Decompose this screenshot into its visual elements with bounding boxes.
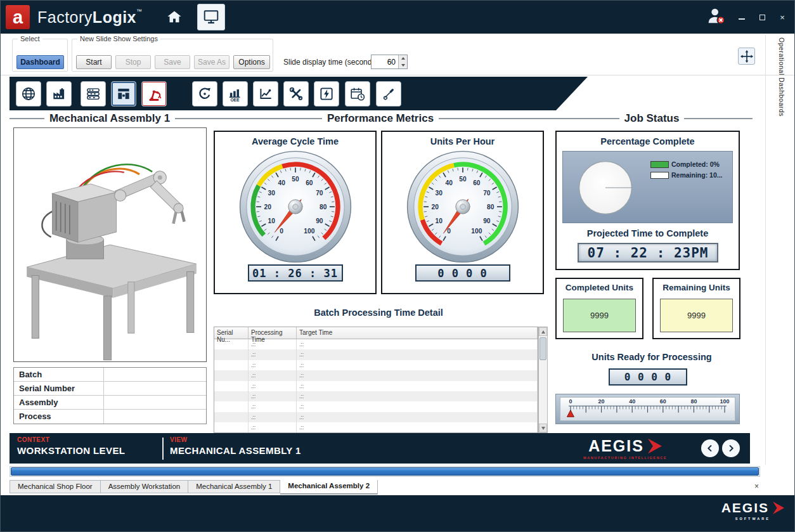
user-session-button[interactable] (704, 6, 727, 29)
stop-button[interactable]: Stop (115, 55, 151, 69)
home-button[interactable] (160, 4, 188, 30)
options-button[interactable]: Options (233, 55, 270, 69)
table-row[interactable]: .::.:: (214, 349, 538, 360)
table-row[interactable]: .::.:: (214, 422, 538, 432)
monitor-icon (202, 9, 220, 25)
save-button[interactable]: Save (155, 55, 190, 69)
completed-units-panel: Completed Units 9999 (555, 278, 643, 339)
units-ready-display: 0 0 0 0 (609, 368, 687, 386)
dashboard-button[interactable]: Dashboard (16, 55, 64, 69)
table-cell: .:: (297, 360, 538, 370)
oee-dashboard-button[interactable]: OEE (223, 81, 248, 107)
horizontal-scrollbar-thumb[interactable] (11, 467, 759, 476)
robot-arm-illustration (14, 128, 206, 361)
table-row[interactable]: .::.:: (214, 339, 538, 349)
average-cycle-time-display: 01 : 26 : 31 (248, 264, 343, 282)
table-row[interactable]: .::.:: (214, 360, 538, 370)
svg-text:40: 40 (445, 179, 453, 186)
svg-text:10: 10 (268, 217, 275, 224)
slide-time-input[interactable] (372, 55, 398, 68)
process-lanes-view-button[interactable] (81, 81, 106, 107)
average-cycle-time-title: Average Cycle Time (252, 136, 339, 146)
remaining-units-panel: Remaining Units 9999 (652, 278, 740, 339)
close-button[interactable]: × (777, 11, 788, 23)
next-dashboard-button[interactable] (722, 439, 740, 457)
minimize-button[interactable] (736, 11, 747, 23)
performance-chart-icon (257, 86, 274, 102)
table-row[interactable]: .::.:: (214, 412, 538, 422)
operational-dashboards-side-tab[interactable]: Operational Dashboards (778, 37, 785, 139)
svg-text:50: 50 (459, 176, 467, 183)
info-row-assembly: Assembly (14, 396, 206, 410)
schedule-dashboard-button[interactable] (345, 81, 370, 107)
tab-assembly-workstation[interactable]: Assembly Workstation (101, 480, 189, 493)
column-processing-time[interactable]: Processing Time (249, 327, 297, 339)
serial-number-value (104, 382, 206, 395)
restore-button[interactable] (756, 11, 768, 23)
factory-view-button[interactable] (46, 81, 72, 107)
process-lanes-icon (85, 86, 101, 102)
column-target-time[interactable]: Target Time (297, 327, 538, 339)
oee-label: OEE (230, 98, 240, 102)
performance-dashboard-button[interactable] (253, 81, 278, 107)
table-row[interactable]: .::.:: (214, 381, 538, 391)
horizontal-scrollbar (10, 466, 760, 477)
restore-icon (759, 15, 765, 20)
spinner-down-icon[interactable] (399, 62, 407, 69)
svg-text:40: 40 (278, 179, 285, 186)
table-cell (214, 422, 249, 432)
units-per-hour-display: 0 0 0 0 (415, 264, 510, 282)
legend-completed: Completed: 0% (650, 160, 723, 168)
column-serial-number[interactable]: Serial Nu... (214, 327, 249, 339)
remaining-swatch (650, 172, 669, 179)
screwdriver-icon (380, 86, 397, 102)
table-row[interactable]: .::.:: (214, 370, 538, 380)
tooling-dashboard-button[interactable] (376, 81, 401, 107)
previous-dashboard-button[interactable] (701, 439, 719, 457)
tab-strip-close-icon[interactable]: × (754, 482, 759, 491)
table-cell: .:: (297, 339, 538, 349)
table-cell (214, 391, 249, 401)
table-cell: .:: (249, 370, 297, 380)
batch-processing-title: Batch Processing Time Detail (210, 308, 547, 318)
aegis-arrow-logo (648, 439, 662, 454)
table-cell: .:: (249, 381, 297, 391)
scroll-up-icon[interactable] (539, 327, 547, 336)
robot-cell-view-button[interactable] (141, 81, 167, 107)
tab-mechanical-assembly-1[interactable]: Mechanical Assembly 1 (188, 480, 280, 493)
table-cell (214, 401, 249, 412)
app-logo: a (6, 5, 30, 29)
power-dashboard-button[interactable] (314, 81, 339, 107)
dashboards-view-button[interactable] (197, 4, 225, 30)
scroll-down-icon[interactable] (539, 424, 547, 432)
view-label: VIEW (170, 436, 301, 443)
svg-text:80: 80 (320, 204, 327, 211)
table-cell: .:: (249, 339, 297, 349)
scrollbar-thumb[interactable] (540, 337, 546, 360)
remaining-units-title: Remaining Units (654, 283, 739, 292)
cycle-time-dashboard-button[interactable] (192, 81, 217, 107)
batch-table-scrollbar (538, 327, 548, 433)
svg-text:40: 40 (629, 399, 635, 405)
move-panel-button[interactable] (738, 48, 755, 65)
home-icon (165, 9, 184, 25)
enterprise-view-button[interactable] (16, 81, 41, 107)
view-block: VIEW MECHANICAL ASSEMBLY 1 (170, 436, 301, 456)
save-as-button[interactable]: Save As (194, 55, 229, 69)
context-status-bar: CONTEXT WORKSTATION LEVEL VIEW MECHANICA… (10, 433, 750, 464)
table-cell: .:: (249, 412, 297, 422)
maintenance-dashboard-button[interactable] (283, 81, 309, 107)
slide-time-spinner (371, 55, 408, 69)
table-cell: .:: (297, 391, 538, 401)
tab-mechanical-shop-floor[interactable]: Mechanical Shop Floor (10, 480, 101, 493)
workstation-view-button[interactable] (111, 81, 136, 107)
start-button[interactable]: Start (76, 55, 112, 69)
spinner-up-icon[interactable] (399, 55, 407, 62)
table-row[interactable]: .::.:: (214, 391, 538, 401)
batch-table-body: .::.::.::.::.::.::.::.::.::.::.::.::.::.… (214, 339, 538, 433)
svg-text:90: 90 (316, 217, 323, 224)
table-cell: .:: (297, 349, 538, 360)
footer-aegis-arrow (773, 502, 784, 514)
tab-mechanical-assembly-2[interactable]: Mechanical Assembly 2 (280, 480, 378, 495)
table-row[interactable]: .::.:: (214, 401, 538, 412)
